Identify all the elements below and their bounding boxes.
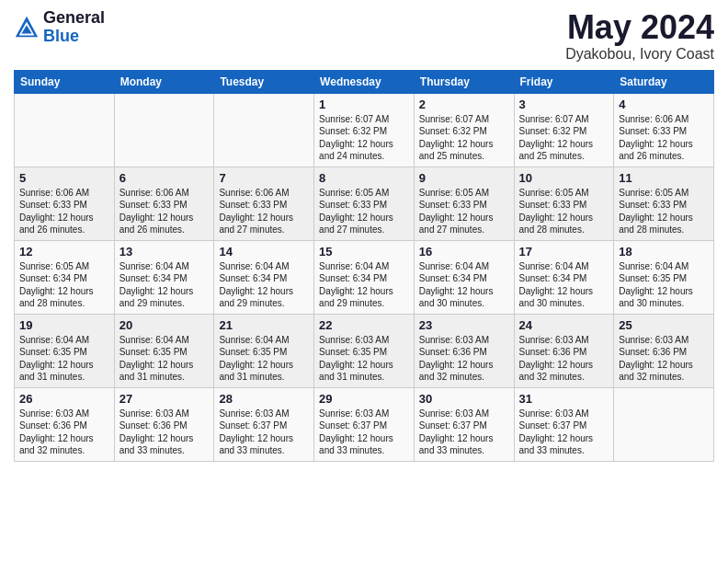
calendar-header: SundayMondayTuesdayWednesdayThursdayFrid… [15,70,714,93]
day-cell-20: 20Sunrise: 6:04 AM Sunset: 6:35 PM Dayli… [114,314,214,387]
day-number: 5 [19,171,109,185]
day-info: Sunrise: 6:04 AM Sunset: 6:35 PM Dayligh… [119,334,210,384]
day-info: Sunrise: 6:03 AM Sunset: 6:37 PM Dayligh… [419,408,509,457]
day-info: Sunrise: 6:03 AM Sunset: 6:36 PM Dayligh… [619,334,709,384]
day-info: Sunrise: 6:05 AM Sunset: 6:33 PM Dayligh… [419,187,509,236]
day-number: 28 [219,392,309,406]
day-cell-6: 6Sunrise: 6:06 AM Sunset: 6:33 PM Daylig… [114,167,214,240]
day-cell-4: 4Sunrise: 6:06 AM Sunset: 6:33 PM Daylig… [614,93,714,167]
day-cell-3: 3Sunrise: 6:07 AM Sunset: 6:32 PM Daylig… [514,93,614,167]
day-number: 17 [519,245,609,259]
week-row-4: 19Sunrise: 6:04 AM Sunset: 6:35 PM Dayli… [15,314,714,387]
day-info: Sunrise: 6:05 AM Sunset: 6:34 PM Dayligh… [19,260,109,310]
day-cell-15: 15Sunrise: 6:04 AM Sunset: 6:34 PM Dayli… [314,240,415,314]
day-cell-12: 12Sunrise: 6:05 AM Sunset: 6:34 PM Dayli… [15,240,115,314]
day-number: 20 [119,318,210,332]
day-cell-25: 25Sunrise: 6:03 AM Sunset: 6:36 PM Dayli… [614,314,714,387]
day-info: Sunrise: 6:05 AM Sunset: 6:33 PM Dayligh… [519,187,609,236]
day-info: Sunrise: 6:04 AM Sunset: 6:34 PM Dayligh… [319,260,409,310]
day-cell-27: 27Sunrise: 6:03 AM Sunset: 6:36 PM Dayli… [114,387,214,461]
week-row-1: 1Sunrise: 6:07 AM Sunset: 6:32 PM Daylig… [15,93,714,167]
empty-cell [15,93,115,167]
day-info: Sunrise: 6:03 AM Sunset: 6:37 PM Dayligh… [519,408,609,457]
day-info: Sunrise: 6:03 AM Sunset: 6:36 PM Dayligh… [19,408,109,457]
day-number: 19 [19,318,109,332]
calendar-body: 1Sunrise: 6:07 AM Sunset: 6:32 PM Daylig… [15,93,714,461]
day-number: 8 [319,171,409,185]
day-info: Sunrise: 6:03 AM Sunset: 6:37 PM Dayligh… [219,408,309,457]
empty-cell [614,387,714,461]
weekday-header-friday: Friday [514,70,614,93]
day-cell-1: 1Sunrise: 6:07 AM Sunset: 6:32 PM Daylig… [314,93,415,167]
day-cell-5: 5Sunrise: 6:06 AM Sunset: 6:33 PM Daylig… [15,167,115,240]
day-cell-22: 22Sunrise: 6:03 AM Sunset: 6:35 PM Dayli… [314,314,415,387]
day-number: 1 [319,98,409,111]
logo-text: General Blue [43,9,105,46]
day-info: Sunrise: 6:04 AM Sunset: 6:34 PM Dayligh… [519,260,609,310]
weekday-header-sunday: Sunday [15,70,115,93]
weekday-header-thursday: Thursday [414,70,514,93]
day-cell-11: 11Sunrise: 6:05 AM Sunset: 6:33 PM Dayli… [614,167,714,240]
day-cell-21: 21Sunrise: 6:04 AM Sunset: 6:35 PM Dayli… [214,314,314,387]
day-number: 4 [619,98,709,111]
day-info: Sunrise: 6:04 AM Sunset: 6:34 PM Dayligh… [119,260,210,310]
day-number: 14 [219,245,309,259]
day-cell-19: 19Sunrise: 6:04 AM Sunset: 6:35 PM Dayli… [15,314,115,387]
day-number: 2 [419,98,509,111]
day-info: Sunrise: 6:03 AM Sunset: 6:36 PM Dayligh… [519,334,609,384]
day-info: Sunrise: 6:06 AM Sunset: 6:33 PM Dayligh… [219,187,309,236]
day-info: Sunrise: 6:04 AM Sunset: 6:34 PM Dayligh… [419,260,509,310]
day-info: Sunrise: 6:03 AM Sunset: 6:36 PM Dayligh… [419,334,509,384]
logo: General Blue [14,9,105,46]
week-row-2: 5Sunrise: 6:06 AM Sunset: 6:33 PM Daylig… [15,167,714,240]
weekday-header-tuesday: Tuesday [214,70,314,93]
day-cell-13: 13Sunrise: 6:04 AM Sunset: 6:34 PM Dayli… [114,240,214,314]
day-number: 13 [119,245,210,259]
day-cell-9: 9Sunrise: 6:05 AM Sunset: 6:33 PM Daylig… [414,167,514,240]
day-info: Sunrise: 6:03 AM Sunset: 6:35 PM Dayligh… [319,334,409,384]
day-number: 16 [419,245,509,259]
day-number: 27 [119,392,210,406]
weekday-header-monday: Monday [114,70,214,93]
day-info: Sunrise: 6:07 AM Sunset: 6:32 PM Dayligh… [419,113,509,163]
day-info: Sunrise: 6:04 AM Sunset: 6:35 PM Dayligh… [19,334,109,384]
title-section: May 2024 Dyakobou, Ivory Coast [565,9,714,63]
day-number: 10 [519,171,609,185]
day-number: 25 [619,318,709,332]
day-info: Sunrise: 6:04 AM Sunset: 6:35 PM Dayligh… [619,260,709,310]
day-info: Sunrise: 6:05 AM Sunset: 6:33 PM Dayligh… [619,187,709,236]
day-cell-18: 18Sunrise: 6:04 AM Sunset: 6:35 PM Dayli… [614,240,714,314]
day-number: 15 [319,245,409,259]
day-cell-23: 23Sunrise: 6:03 AM Sunset: 6:36 PM Dayli… [414,314,514,387]
day-info: Sunrise: 6:05 AM Sunset: 6:33 PM Dayligh… [319,187,409,236]
day-number: 21 [219,318,309,332]
day-number: 24 [519,318,609,332]
weekday-header-wednesday: Wednesday [314,70,415,93]
day-info: Sunrise: 6:04 AM Sunset: 6:35 PM Dayligh… [219,334,309,384]
day-cell-17: 17Sunrise: 6:04 AM Sunset: 6:34 PM Dayli… [514,240,614,314]
day-cell-30: 30Sunrise: 6:03 AM Sunset: 6:37 PM Dayli… [414,387,514,461]
calendar: SundayMondayTuesdayWednesdayThursdayFrid… [14,70,714,462]
day-info: Sunrise: 6:04 AM Sunset: 6:34 PM Dayligh… [219,260,309,310]
weekday-header-saturday: Saturday [614,70,714,93]
day-cell-29: 29Sunrise: 6:03 AM Sunset: 6:37 PM Dayli… [314,387,415,461]
day-info: Sunrise: 6:03 AM Sunset: 6:36 PM Dayligh… [119,408,210,457]
page: General Blue May 2024 Dyakobou, Ivory Co… [0,0,728,476]
day-number: 7 [219,171,309,185]
day-info: Sunrise: 6:06 AM Sunset: 6:33 PM Dayligh… [19,187,109,236]
day-number: 11 [619,171,709,185]
header: General Blue May 2024 Dyakobou, Ivory Co… [14,9,714,63]
day-info: Sunrise: 6:06 AM Sunset: 6:33 PM Dayligh… [119,187,210,236]
day-number: 9 [419,171,509,185]
day-cell-24: 24Sunrise: 6:03 AM Sunset: 6:36 PM Dayli… [514,314,614,387]
day-cell-31: 31Sunrise: 6:03 AM Sunset: 6:37 PM Dayli… [514,387,614,461]
day-number: 12 [19,245,109,259]
day-info: Sunrise: 6:03 AM Sunset: 6:37 PM Dayligh… [319,408,409,457]
day-cell-16: 16Sunrise: 6:04 AM Sunset: 6:34 PM Dayli… [414,240,514,314]
logo-blue: Blue [43,28,105,46]
day-number: 31 [519,392,609,406]
logo-general: General [43,9,105,28]
day-info: Sunrise: 6:06 AM Sunset: 6:33 PM Dayligh… [619,113,709,163]
day-number: 29 [319,392,409,406]
day-cell-26: 26Sunrise: 6:03 AM Sunset: 6:36 PM Dayli… [15,387,115,461]
